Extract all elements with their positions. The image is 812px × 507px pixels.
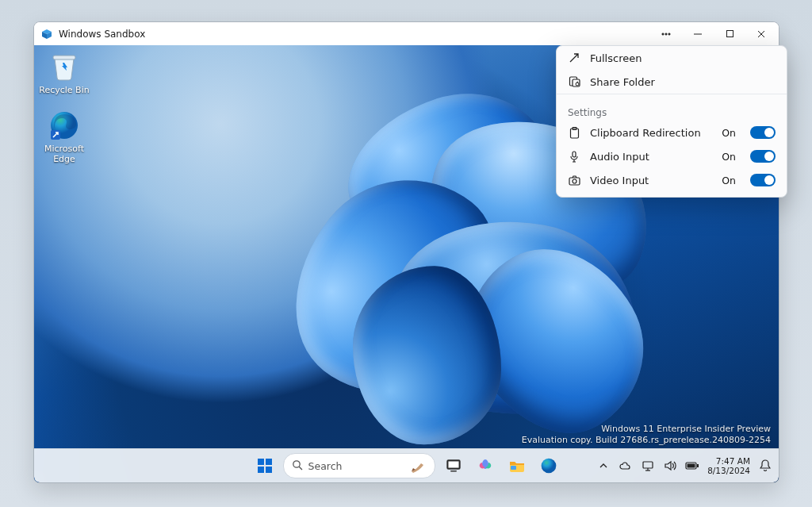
taskbar: Search — [34, 448, 779, 482]
settings-flyout: Fullscreen Share Folder Settings Clipboa… — [556, 45, 787, 198]
system-tray: 7:47 AM 8/13/2024 — [595, 454, 774, 478]
task-view-button[interactable] — [440, 452, 467, 479]
titlebar[interactable]: Windows Sandbox — [34, 22, 779, 45]
recycle-bin-icon — [48, 50, 81, 83]
svg-rect-10 — [53, 56, 75, 60]
svg-rect-7 — [726, 31, 733, 37]
svg-rect-29 — [697, 464, 699, 467]
maximize-button[interactable] — [714, 22, 745, 45]
camera-icon — [568, 174, 580, 186]
clipboard-toggle[interactable] — [750, 126, 776, 139]
svg-rect-14 — [266, 459, 272, 465]
window-title: Windows Sandbox — [59, 29, 145, 40]
svg-rect-15 — [258, 467, 264, 473]
fullscreen-icon — [568, 52, 580, 64]
svg-rect-13 — [258, 459, 264, 465]
svg-point-3 — [662, 33, 664, 34]
svg-point-4 — [665, 33, 667, 34]
battery-tray-icon[interactable] — [684, 454, 701, 478]
svg-point-24 — [541, 459, 556, 474]
search-highlight-icon — [409, 457, 427, 474]
desktop-icon-label: Microsoft Edge — [37, 144, 91, 164]
start-button[interactable] — [251, 452, 278, 479]
svg-rect-23 — [511, 466, 516, 470]
network-tray-icon[interactable] — [639, 454, 657, 478]
minimize-button[interactable] — [682, 22, 714, 45]
clipboard-icon — [568, 126, 580, 139]
search-icon — [292, 459, 303, 473]
volume-tray-icon[interactable] — [661, 454, 679, 478]
video-toggle[interactable] — [750, 174, 776, 186]
svg-rect-16 — [266, 467, 272, 473]
onedrive-tray-icon[interactable] — [617, 454, 634, 478]
tray-overflow-button[interactable] — [595, 454, 612, 478]
explorer-button[interactable] — [504, 452, 530, 479]
microphone-icon — [568, 150, 580, 163]
edge-icon — [48, 109, 81, 142]
video-input-item[interactable]: Video Input On — [557, 168, 787, 192]
notifications-button[interactable] — [756, 454, 774, 478]
copilot-button[interactable] — [472, 452, 499, 479]
desktop-icon-recycle-bin[interactable]: Recycle Bin — [37, 50, 91, 95]
desktop-icon-label: Recycle Bin — [37, 85, 91, 95]
svg-line-18 — [299, 467, 302, 470]
svg-rect-25 — [643, 462, 653, 468]
clipboard-redirection-item[interactable]: Clipboard Redirection On — [557, 121, 787, 144]
share-folder-menu-item[interactable]: Share Folder — [557, 70, 787, 94]
edge-taskbar-button[interactable] — [535, 452, 562, 479]
folder-share-icon — [568, 75, 580, 88]
audio-toggle[interactable] — [750, 150, 776, 163]
svg-point-38 — [573, 179, 576, 183]
settings-section-header: Settings — [557, 94, 787, 121]
tray-clock[interactable]: 7:47 AM 8/13/2024 — [706, 456, 752, 475]
audio-input-item[interactable]: Audio Input On — [557, 144, 787, 168]
svg-rect-21 — [448, 462, 458, 468]
svg-rect-22 — [450, 471, 457, 472]
close-button[interactable] — [745, 22, 777, 45]
svg-rect-36 — [573, 152, 576, 157]
sandbox-icon — [40, 28, 53, 40]
svg-point-5 — [668, 33, 670, 34]
more-button[interactable] — [650, 22, 682, 45]
desktop-icon-edge[interactable]: Microsoft Edge — [37, 109, 91, 164]
svg-rect-37 — [569, 178, 580, 185]
fullscreen-menu-item[interactable]: Fullscreen — [557, 46, 787, 70]
svg-point-17 — [293, 460, 299, 467]
taskbar-search[interactable]: Search — [283, 453, 435, 478]
watermark: Windows 11 Enterprise Insider Preview Ev… — [522, 424, 771, 446]
svg-rect-30 — [688, 464, 695, 468]
search-placeholder: Search — [308, 460, 343, 472]
